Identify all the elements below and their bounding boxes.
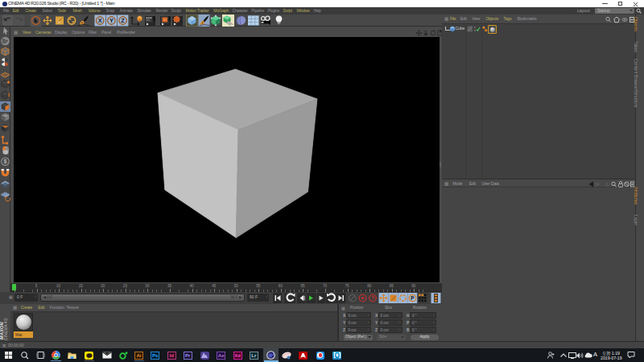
svg-text:Z: Z <box>121 17 125 24</box>
svg-text:X: X <box>98 17 102 24</box>
svg-text:?: ? <box>371 294 375 302</box>
svg-text:P: P <box>411 295 415 301</box>
svg-text:Y: Y <box>109 17 114 24</box>
svg-text:A: A <box>605 181 609 187</box>
svg-text:$: $ <box>4 158 7 165</box>
